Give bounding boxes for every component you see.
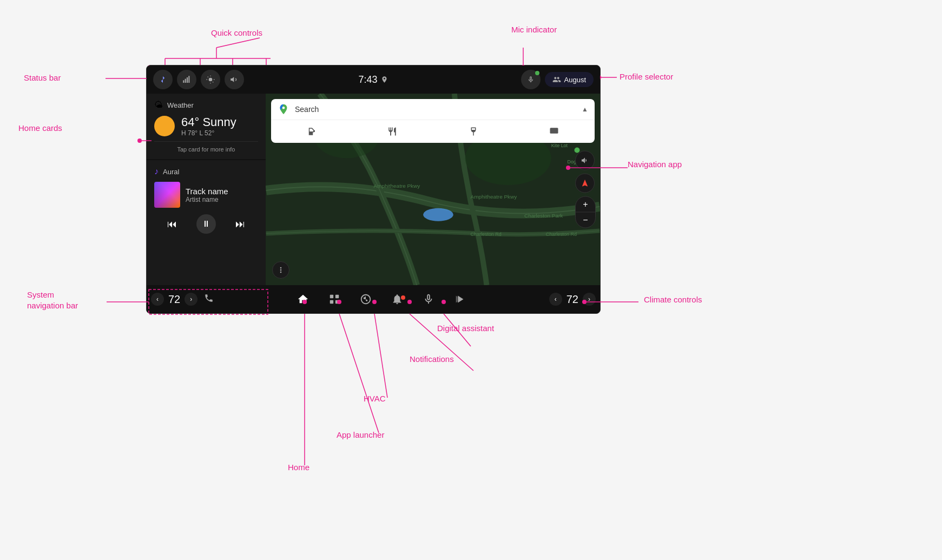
- profile-icon: [552, 75, 561, 84]
- next-track-button[interactable]: ⏭: [233, 216, 247, 232]
- pause-button[interactable]: ⏸: [196, 214, 216, 234]
- search-shortcuts: [271, 120, 595, 143]
- status-bar: 7:43 August: [147, 65, 600, 94]
- track-info: Track name Artist name: [154, 182, 258, 208]
- map-area[interactable]: Amphitheatre Pkwy Amphitheatre Pkwy Char…: [266, 94, 600, 285]
- music-controls: ⏮ ⏸ ⏭: [154, 214, 258, 234]
- home-nav-button[interactable]: [293, 293, 313, 305]
- svg-line-8: [213, 82, 213, 82]
- weather-range: H 78° L 52°: [181, 129, 236, 137]
- svg-rect-31: [335, 300, 339, 304]
- restaurant-shortcut[interactable]: [352, 123, 433, 140]
- map-right-buttons: + −: [575, 151, 596, 228]
- hvac-button[interactable]: [355, 293, 376, 305]
- shopping-shortcut[interactable]: [433, 123, 514, 140]
- zoom-in-button[interactable]: +: [576, 197, 595, 212]
- svg-rect-1: [185, 79, 186, 83]
- sun-circle: [154, 116, 175, 136]
- svg-point-42: [137, 139, 142, 143]
- brightness-icon[interactable]: [201, 70, 220, 89]
- audio-button[interactable]: [450, 293, 470, 305]
- bottom-nav-bar: ‹ 72 ›: [147, 285, 600, 313]
- map-settings-button[interactable]: [272, 261, 289, 279]
- monitor-shortcut[interactable]: [514, 123, 595, 140]
- notification-dot: [401, 295, 405, 300]
- svg-line-56: [374, 314, 387, 398]
- music-app-name: Aural: [163, 168, 179, 176]
- artist-name-label: Artist name: [186, 196, 228, 203]
- home-label: Home: [288, 463, 309, 472]
- system-nav-label: Systemnavigation bar: [27, 289, 78, 311]
- bluetooth-icon[interactable]: [153, 70, 173, 89]
- svg-rect-2: [187, 77, 188, 83]
- volume-map-button[interactable]: [575, 151, 595, 170]
- svg-point-23: [423, 208, 453, 221]
- navigation-map-button[interactable]: [575, 174, 595, 193]
- svg-point-4: [209, 78, 213, 82]
- climate-decrease-left[interactable]: ‹: [151, 293, 164, 306]
- svg-rect-28: [330, 295, 333, 298]
- weather-header: 🌤 Weather: [154, 100, 258, 110]
- nav-center: [293, 293, 470, 305]
- profile-selector-label: Profile selector: [620, 72, 673, 81]
- track-text: Track name Artist name: [186, 187, 228, 203]
- notifications-button[interactable]: [387, 293, 407, 305]
- mic-button[interactable]: [521, 70, 541, 89]
- left-panel: 🌤 Weather 64° Sunny H 78° L 52° Tap card…: [147, 94, 266, 285]
- maps-logo: [278, 103, 289, 115]
- phone-button[interactable]: [200, 293, 218, 306]
- profile-name: August: [564, 76, 586, 84]
- app-launcher-button[interactable]: [324, 293, 345, 305]
- weather-main: 64° Sunny H 78° L 52°: [154, 115, 258, 137]
- climate-temp-left: 72: [166, 293, 182, 306]
- gas-station-shortcut[interactable]: [271, 123, 352, 140]
- search-input-label: Search: [295, 105, 576, 114]
- climate-increase-left[interactable]: ›: [185, 293, 197, 306]
- prev-track-button[interactable]: ⏮: [165, 216, 179, 232]
- mic-active-dot: [535, 71, 539, 75]
- status-time: 7:43: [358, 74, 388, 85]
- hvac-label: HVAC: [364, 394, 386, 403]
- time-display: 7:43: [358, 74, 377, 85]
- svg-text:Charleston Rd: Charleston Rd: [546, 232, 577, 238]
- album-art: [154, 182, 180, 208]
- music-card[interactable]: ♪ Aural Track name Artist name ⏮ ⏸ ⏭: [147, 160, 266, 285]
- weather-card[interactable]: 🌤 Weather 64° Sunny H 78° L 52° Tap card…: [147, 94, 266, 159]
- zoom-out-button[interactable]: −: [576, 213, 595, 228]
- digital-assistant-label: Digital assistant: [437, 324, 494, 333]
- svg-rect-27: [550, 128, 558, 134]
- main-content: 🌤 Weather 64° Sunny H 78° L 52° Tap card…: [147, 94, 600, 285]
- svg-rect-3: [188, 76, 189, 83]
- notifications-label: Notifications: [410, 354, 454, 364]
- car-screen: 7:43 August 🌤: [146, 65, 601, 314]
- svg-text:Charleston Rd: Charleston Rd: [471, 232, 502, 238]
- climate-increase-right[interactable]: ›: [583, 293, 596, 306]
- svg-text:Charleston Park: Charleston Park: [524, 213, 563, 219]
- search-bar[interactable]: Search ▲: [271, 99, 595, 143]
- app-launcher-label: App launcher: [337, 430, 384, 439]
- music-app-icon: ♪: [154, 167, 159, 176]
- weather-title: Weather: [167, 101, 194, 109]
- svg-rect-0: [183, 80, 184, 83]
- track-name-label: Track name: [186, 187, 228, 196]
- home-cards-label: Home cards: [18, 123, 62, 133]
- volume-icon[interactable]: [225, 70, 244, 89]
- mic-indicator-label: Mic indicator: [511, 25, 557, 34]
- search-top[interactable]: Search ▲: [271, 99, 595, 120]
- weather-tap-hint: Tap card for more info: [154, 141, 258, 153]
- climate-decrease-right[interactable]: ‹: [549, 293, 562, 306]
- digital-assistant-button[interactable]: [418, 293, 439, 305]
- diagram-container: 7:43 August 🌤: [0, 0, 942, 560]
- svg-rect-29: [335, 295, 339, 298]
- signal-icon[interactable]: [177, 70, 196, 89]
- quick-controls-label: Quick controls: [211, 28, 262, 37]
- svg-rect-30: [330, 300, 333, 304]
- svg-line-7: [208, 77, 208, 77]
- zoom-controls: + −: [575, 196, 596, 228]
- climate-temp-right: 72: [564, 293, 581, 306]
- profile-selector-btn[interactable]: August: [545, 72, 594, 87]
- climate-left: ‹ 72 ›: [147, 293, 222, 306]
- climate-controls-label: Climate controls: [644, 295, 702, 304]
- status-bar-left: [153, 70, 244, 89]
- svg-text:Amphitheatre Pkwy: Amphitheatre Pkwy: [471, 194, 517, 200]
